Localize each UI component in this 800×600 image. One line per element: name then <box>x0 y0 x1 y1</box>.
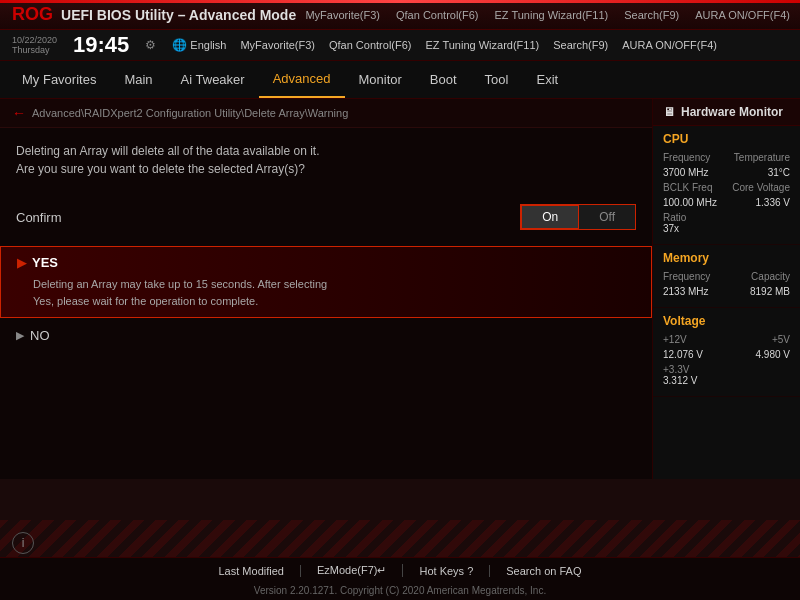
nav-advanced[interactable]: Advanced <box>259 61 345 98</box>
hw-v12-row: +12V +5V <box>663 334 790 345</box>
search-btn[interactable]: Search(F9) <box>553 39 608 51</box>
yes-description: Deleting an Array may take up to 15 seco… <box>33 276 327 309</box>
footer: Last Modified EzMode(F7)↵ Hot Keys ? Sea… <box>0 557 800 600</box>
ez-tuning-btn[interactable]: EZ Tuning Wizard(F11) <box>426 39 540 51</box>
confirm-label: Confirm <box>16 210 520 225</box>
hw-monitor-icon: 🖥 <box>663 105 675 119</box>
main-layout: ← Advanced\RAIDXpert2 Configuration Util… <box>0 99 800 479</box>
confirm-on-button[interactable]: On <box>521 205 579 229</box>
hw-cpu-freq-value: 3700 MHz <box>663 167 709 178</box>
hw-mem-freq-label: Frequency <box>663 271 710 282</box>
confirm-toggle-group: On Off <box>520 204 636 230</box>
hw-core-voltage-value: 1.336 V <box>756 197 790 208</box>
hw-mem-cap-label: Capacity <box>751 271 790 282</box>
footer-copyright: Version 2.20.1271. Copyright (C) 2020 Am… <box>0 583 800 600</box>
hw-cpu-freq-value-row: 3700 MHz 31°C <box>663 167 790 178</box>
hw-cpu-freq-row: Frequency Temperature <box>663 152 790 163</box>
nav-exit[interactable]: Exit <box>522 62 572 97</box>
breadcrumb-back-arrow[interactable]: ← <box>12 105 26 121</box>
hw-v33-label: +3.3V <box>663 364 790 375</box>
info-button[interactable]: i <box>12 532 34 554</box>
hw-cpu-section: CPU Frequency Temperature 3700 MHz 31°C … <box>653 126 800 245</box>
breadcrumb: ← Advanced\RAIDXpert2 Configuration Util… <box>0 99 652 128</box>
hw-cpu-temp-value: 31°C <box>768 167 790 178</box>
hw-voltage-heading: Voltage <box>663 314 790 328</box>
confirm-off-button[interactable]: Off <box>579 205 635 229</box>
yes-desc-line2: Yes, please wait for the operation to co… <box>33 293 327 310</box>
warning-content: Deleting an Array will delete all of the… <box>0 128 652 188</box>
hw-v33-value: 3.312 V <box>663 375 790 386</box>
my-favorite-shortcut[interactable]: MyFavorite(F3) <box>305 9 380 21</box>
hw-cpu-temp-label: Temperature <box>734 152 790 163</box>
hw-v12-values-row: 12.076 V 4.980 V <box>663 349 790 360</box>
content-area: ← Advanced\RAIDXpert2 Configuration Util… <box>0 99 652 479</box>
rog-logo: ROG <box>12 4 53 25</box>
language-selector[interactable]: 🌐 English <box>172 38 226 52</box>
qfan-btn[interactable]: Qfan Control(F6) <box>329 39 412 51</box>
breadcrumb-path: Advanced\RAIDXpert2 Configuration Utilit… <box>32 107 348 119</box>
footer-hot-keys[interactable]: Hot Keys ? <box>403 565 490 577</box>
title-shortcuts: MyFavorite(F3) Qfan Control(F6) EZ Tunin… <box>305 9 790 21</box>
my-favorite-btn[interactable]: MyFavorite(F3) <box>240 39 315 51</box>
settings-gear-icon[interactable]: ⚙ <box>145 38 156 52</box>
no-label: NO <box>30 328 50 343</box>
footer-bar: Last Modified EzMode(F7)↵ Hot Keys ? Sea… <box>0 557 800 583</box>
hw-cpu-heading: CPU <box>663 132 790 146</box>
ez-tuning-shortcut[interactable]: EZ Tuning Wizard(F11) <box>495 9 609 21</box>
time-display: 19:45 <box>73 32 129 58</box>
language-icon: 🌐 <box>172 38 187 52</box>
status-items: 🌐 English MyFavorite(F3) Qfan Control(F6… <box>172 38 717 52</box>
yes-arrow-icon: ▶ <box>17 256 26 270</box>
hw-memory-heading: Memory <box>663 251 790 265</box>
language-label: English <box>190 39 226 51</box>
datetime-display: 10/22/2020 Thursday <box>12 35 57 55</box>
hw-v5-label: +5V <box>772 334 790 345</box>
top-accent <box>0 0 800 3</box>
hw-v5-value: 4.980 V <box>756 349 790 360</box>
hw-ratio-label: Ratio <box>663 212 790 223</box>
nav-monitor[interactable]: Monitor <box>345 62 416 97</box>
nav-boot[interactable]: Boot <box>416 62 471 97</box>
hw-mem-values-row: 2133 MHz 8192 MB <box>663 286 790 297</box>
warning-line2: Are you sure you want to delete the sele… <box>16 162 636 176</box>
nav-ai-tweaker[interactable]: Ai Tweaker <box>167 62 259 97</box>
bios-title: UEFI BIOS Utility – Advanced Mode <box>61 7 296 23</box>
nav-my-favorites[interactable]: My Favorites <box>8 62 110 97</box>
footer-search-faq[interactable]: Search on FAQ <box>490 565 597 577</box>
hw-memory-section: Memory Frequency Capacity 2133 MHz 8192 … <box>653 245 800 308</box>
title-bar: ROG UEFI BIOS Utility – Advanced Mode My… <box>0 0 800 30</box>
hw-cpu-freq-label: Frequency <box>663 152 710 163</box>
footer-last-modified[interactable]: Last Modified <box>203 565 301 577</box>
warning-line1: Deleting an Array will delete all of the… <box>16 144 636 158</box>
hw-cpu-bclk-value-row: 100.00 MHz 1.336 V <box>663 197 790 208</box>
hw-mem-labels-row: Frequency Capacity <box>663 271 790 282</box>
no-arrow-icon: ▶ <box>16 329 24 342</box>
hw-bclk-value: 100.00 MHz <box>663 197 717 208</box>
hw-bclk-label: BCLK Freq <box>663 182 712 193</box>
date-display: 10/22/2020 Thursday <box>12 35 57 55</box>
hw-monitor-panel: 🖥 Hardware Monitor CPU Frequency Tempera… <box>652 99 800 479</box>
footer-ez-mode[interactable]: EzMode(F7)↵ <box>301 564 404 577</box>
nav-main[interactable]: Main <box>110 62 166 97</box>
yes-option-row[interactable]: ▶ YES Deleting an Array may take up to 1… <box>0 246 652 318</box>
hw-mem-cap-value: 8192 MB <box>750 286 790 297</box>
nav-bar: My Favorites Main Ai Tweaker Advanced Mo… <box>0 61 800 99</box>
nav-tool[interactable]: Tool <box>471 62 523 97</box>
status-bar: 10/22/2020 Thursday 19:45 ⚙ 🌐 English My… <box>0 30 800 61</box>
hw-monitor-title: 🖥 Hardware Monitor <box>653 99 800 126</box>
hw-mem-freq-value: 2133 MHz <box>663 286 709 297</box>
hw-cpu-bclk-row: BCLK Freq Core Voltage <box>663 182 790 193</box>
qfan-shortcut[interactable]: Qfan Control(F6) <box>396 9 479 21</box>
hw-v12-label: +12V <box>663 334 687 345</box>
yes-desc-line1: Deleting an Array may take up to 15 seco… <box>33 276 327 293</box>
aura-shortcut[interactable]: AURA ON/OFF(F4) <box>695 9 790 21</box>
hw-v12-value: 12.076 V <box>663 349 703 360</box>
aura-btn[interactable]: AURA ON/OFF(F4) <box>622 39 717 51</box>
no-option-row[interactable]: ▶ NO <box>0 320 652 351</box>
search-shortcut[interactable]: Search(F9) <box>624 9 679 21</box>
confirm-row: Confirm On Off <box>0 196 652 238</box>
hw-voltage-section: Voltage +12V +5V 12.076 V 4.980 V +3.3V … <box>653 308 800 397</box>
hw-ratio-value: 37x <box>663 223 790 234</box>
yes-label: YES <box>32 255 58 270</box>
hw-core-voltage-label: Core Voltage <box>732 182 790 193</box>
